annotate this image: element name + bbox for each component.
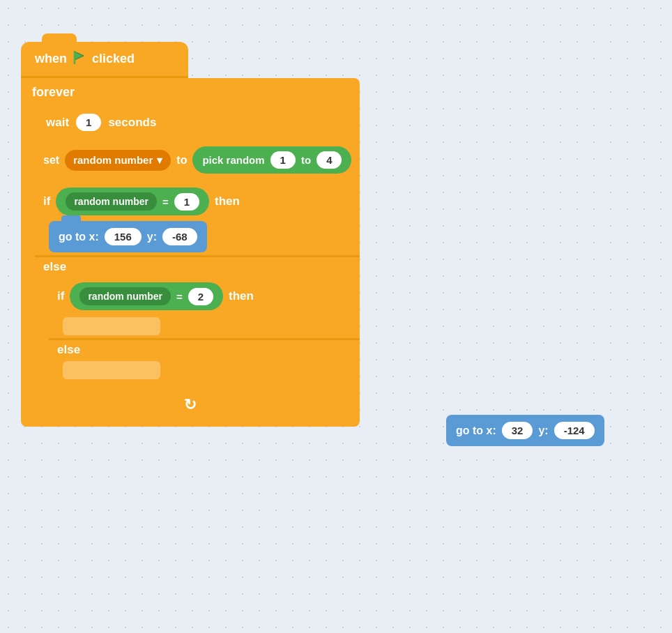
else-body: if random number = 2 then: [35, 277, 360, 390]
nested-condition-value[interactable]: 2: [188, 288, 213, 305]
if-label: if: [43, 195, 50, 208]
goto1-label: go to x:: [59, 231, 99, 243]
flag-icon: [72, 50, 86, 68]
floating-goto-y-label: y:: [538, 425, 548, 437]
goto1-y[interactable]: -68: [162, 228, 197, 245]
condition-value[interactable]: 1: [174, 193, 199, 211]
floating-goto-label: go to x:: [456, 425, 496, 437]
nested-condition-block[interactable]: random number = 2: [70, 282, 223, 310]
floating-goto-y[interactable]: -124: [554, 422, 595, 439]
set-block[interactable]: set random number ▾ to pick random 1 to …: [35, 141, 360, 179]
forever-arrow: ↺: [21, 390, 360, 420]
condition-equals: =: [162, 196, 169, 208]
nested-else-label: else: [49, 338, 360, 360]
set-to-label: to: [176, 154, 187, 167]
goto1-x[interactable]: 156: [105, 228, 142, 245]
if-header: if random number = 1 then: [35, 182, 360, 221]
floating-goto-x[interactable]: 32: [502, 422, 533, 439]
condition-block[interactable]: random number = 1: [56, 188, 209, 215]
pick-random-label: pick random: [202, 154, 264, 166]
wait-label: wait: [46, 116, 69, 130]
then-label: then: [215, 195, 240, 208]
variable-name: random number: [73, 154, 153, 166]
nested-condition-equals: =: [176, 291, 183, 303]
nested-if-label: if: [57, 289, 64, 303]
else-label-1: else: [35, 255, 360, 277]
wait-value[interactable]: 1: [76, 114, 101, 131]
empty-slot-1: [63, 317, 160, 335]
nested-if-header: if random number = 2 then: [49, 277, 360, 316]
goto-block-1[interactable]: go to x: 156 y: -68: [49, 221, 207, 252]
pick-random-from[interactable]: 1: [270, 151, 296, 169]
condition-variable: random number: [66, 192, 157, 211]
set-label: set: [43, 154, 59, 167]
nested-condition-variable: random number: [79, 287, 171, 305]
forever-block: forever wait 1 seconds set random number…: [21, 78, 360, 427]
seconds-label: seconds: [108, 116, 156, 130]
empty-slot-2: [63, 361, 160, 379]
nested-else-body: [49, 360, 360, 385]
dropdown-arrow-icon: ▾: [157, 154, 162, 167]
nested-if-block: if random number = 2 then: [49, 277, 360, 385]
nested-then-label: then: [229, 289, 254, 303]
when-label: when: [35, 52, 67, 66]
floating-goto-block[interactable]: go to x: 32 y: -124: [446, 415, 604, 446]
if-then-else-outer: if random number = 1 then go to x: 156: [35, 182, 360, 390]
when-clicked-block[interactable]: when clicked: [21, 42, 188, 78]
pick-random-to[interactable]: 4: [316, 151, 342, 169]
forever-label: forever: [21, 78, 360, 107]
wait-block[interactable]: wait 1 seconds: [35, 107, 360, 138]
pick-random-to-label: to: [301, 154, 311, 166]
svg-marker-0: [75, 52, 84, 60]
clicked-label: clicked: [92, 52, 135, 66]
variable-dropdown[interactable]: random number ▾: [65, 150, 171, 171]
goto1-y-label: y:: [147, 231, 157, 243]
nested-if-body: [49, 316, 360, 338]
if-body: go to x: 156 y: -68: [35, 221, 360, 255]
pick-random-block[interactable]: pick random 1 to 4: [192, 146, 351, 174]
